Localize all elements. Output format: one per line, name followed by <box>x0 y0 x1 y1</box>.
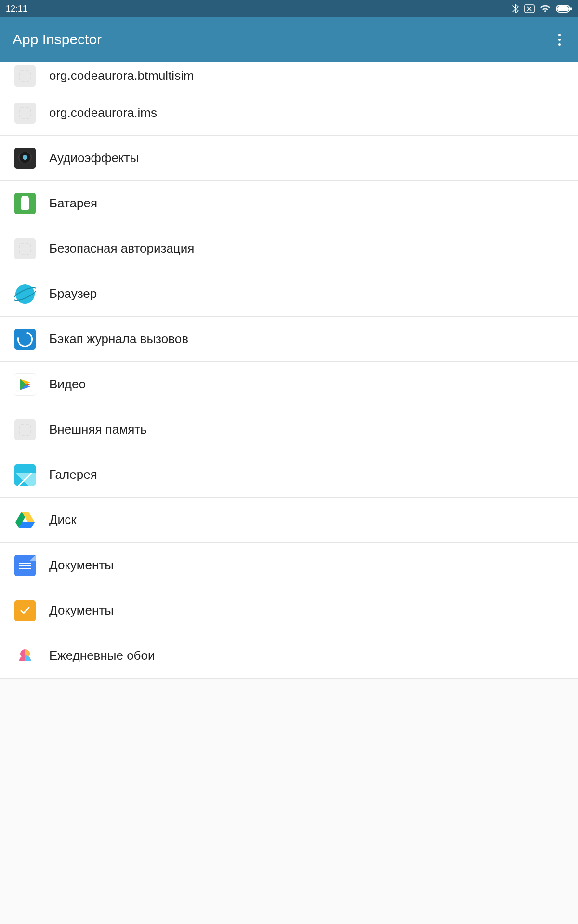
app-list-item[interactable]: Документы <box>0 588 578 633</box>
speaker-icon <box>14 148 36 169</box>
no-sim-icon <box>524 4 535 13</box>
wifi-icon <box>539 4 551 13</box>
app-label: Браузер <box>49 286 97 301</box>
app-list-item[interactable]: Батарея <box>0 181 578 226</box>
svg-rect-2 <box>557 6 569 11</box>
app-label: org.codeaurora.btmultisim <box>49 68 194 83</box>
app-list-item[interactable]: Безопасная авторизация <box>0 226 578 271</box>
battery-app-icon <box>14 193 36 214</box>
app-label: org.codeaurora.ims <box>49 105 157 120</box>
backup-icon <box>14 329 36 350</box>
app-title: App Inspector <box>13 31 102 48</box>
app-label: Видео <box>49 377 86 392</box>
app-list-item[interactable]: Галерея <box>0 452 578 498</box>
status-time: 12:11 <box>6 4 27 14</box>
browser-icon <box>14 283 36 305</box>
app-label: Аудиоэффекты <box>49 151 139 166</box>
app-bar: App Inspector <box>0 17 578 62</box>
status-icons <box>512 4 572 13</box>
drive-icon <box>14 510 36 531</box>
app-list-item[interactable]: Бэкап журнала вызовов <box>0 317 578 362</box>
app-label: Галерея <box>49 467 97 482</box>
generic-app-icon <box>14 103 36 124</box>
checkmark-icon <box>14 600 36 621</box>
status-bar: 12:11 <box>0 0 578 17</box>
svg-point-4 <box>15 284 35 304</box>
app-list-item[interactable]: Документы <box>0 543 578 588</box>
app-label: Бэкап журнала вызовов <box>49 332 188 346</box>
app-label: Диск <box>49 513 77 527</box>
app-label: Батарея <box>49 196 97 211</box>
gallery-icon <box>14 464 36 486</box>
wallpaper-icon <box>14 645 36 667</box>
bluetooth-icon <box>512 4 519 13</box>
app-list-item[interactable]: Аудиоэффекты <box>0 136 578 181</box>
app-label: Документы <box>49 603 114 618</box>
app-list-item[interactable]: Диск <box>0 498 578 543</box>
play-store-icon <box>14 374 36 395</box>
app-label: Безопасная авторизация <box>49 241 194 256</box>
docs-icon <box>14 555 36 576</box>
app-list[interactable]: org.codeaurora.btmultisimorg.codeaurora.… <box>0 62 578 679</box>
app-label: Внешняя память <box>49 422 147 437</box>
app-list-item[interactable]: Видео <box>0 362 578 407</box>
app-list-item[interactable]: org.codeaurora.btmultisim <box>0 62 578 90</box>
battery-icon <box>556 4 572 13</box>
app-label: Документы <box>49 558 114 573</box>
app-list-item[interactable]: Браузер <box>0 271 578 317</box>
generic-app-icon <box>14 419 36 440</box>
svg-rect-3 <box>570 7 572 10</box>
app-list-item[interactable]: Внешняя память <box>0 407 578 452</box>
app-list-item[interactable]: org.codeaurora.ims <box>0 90 578 136</box>
app-list-item[interactable]: Ежедневные обои <box>0 633 578 679</box>
app-label: Ежедневные обои <box>49 648 155 663</box>
overflow-menu-button[interactable] <box>553 29 565 51</box>
generic-app-icon <box>14 238 36 259</box>
generic-app-icon <box>14 65 36 87</box>
